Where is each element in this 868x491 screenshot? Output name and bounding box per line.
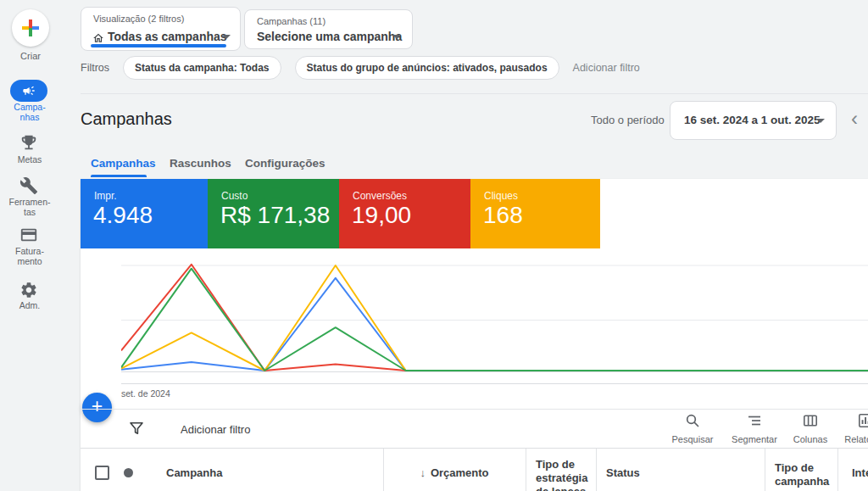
funnel-icon[interactable] <box>129 421 144 436</box>
view-selector[interactable]: Visualização (2 filtros) Todas as campan… <box>81 7 241 51</box>
toolbar-divider <box>81 409 868 410</box>
chart-x-axis <box>121 383 868 384</box>
active-tab-underline <box>91 175 147 177</box>
header-divider <box>81 93 868 94</box>
collapse-date-chevron[interactable]: ‹ <box>851 109 858 129</box>
view-selector-label: Visualização (2 filtros) <box>93 14 184 24</box>
date-range-value: 16 set. 2024 a 1 out. 2025 <box>684 114 821 126</box>
table-top-border <box>81 448 868 449</box>
sidebar-label-adm[interactable]: Adm. <box>0 301 59 311</box>
google-ads-campaigns-screen: Criar Campa- nhas Metas Ferramen- tas Fa… <box>0 0 868 491</box>
campaign-selector-value: Selecione uma campanha <box>257 30 402 43</box>
date-range-picker[interactable]: 16 set. 2024 a 1 out. 2025 <box>670 101 837 140</box>
create-button-label: Criar <box>0 51 61 61</box>
sidebar-label-faturamento[interactable]: Fatura- mento <box>0 247 59 266</box>
column-header-status[interactable]: Status <box>606 466 640 480</box>
scorecard-impressions[interactable]: Impr. 4.948 <box>81 179 208 248</box>
page-title: Campanhas <box>81 109 172 129</box>
billing-card-icon[interactable] <box>19 226 38 244</box>
add-campaign-fab[interactable]: + <box>82 393 112 422</box>
chart-line-Cliques <box>121 265 868 371</box>
search-icon <box>685 413 700 428</box>
scorecard-clicks[interactable]: Cliques 168 <box>470 179 600 248</box>
google-plus-icon <box>19 17 42 39</box>
column-separator <box>765 449 765 491</box>
column-header-orcamento[interactable]: ↓Orçamento <box>383 466 526 480</box>
filter-bar: Filtros Status da campanha: Todas Status… <box>81 56 640 80</box>
report-chart-icon <box>858 413 868 428</box>
period-label: Todo o período <box>591 114 665 126</box>
column-separator <box>837 449 838 491</box>
scorecard-value: R$ 171,38 <box>220 202 330 229</box>
create-button[interactable] <box>12 9 49 47</box>
scorecard-cost[interactable]: Custo R$ 171,38 <box>208 179 339 248</box>
column-header-interacoes[interactable]: Interações <box>852 466 868 480</box>
megaphone-icon <box>22 84 36 98</box>
tab-campanhas[interactable]: Campanhas <box>91 157 156 170</box>
plus-icon: + <box>92 397 103 416</box>
home-icon <box>92 32 104 44</box>
campaign-selector[interactable]: Campanhas (11) Selecione uma campanha <box>244 9 413 49</box>
tab-rascunhos[interactable]: Rascunhos <box>170 157 231 170</box>
view-selector-active-bar <box>91 44 226 47</box>
columns-action[interactable]: Colunas <box>781 413 840 444</box>
segment-action[interactable]: Segmentar <box>725 413 784 444</box>
scorecard-label: Conversões <box>353 190 407 202</box>
filter-chip-adgroup-status[interactable]: Status do grupo de anúncios: ativados, p… <box>295 56 559 80</box>
column-header-campanha[interactable]: Campanha <box>166 466 222 480</box>
search-action[interactable]: Pesquisar <box>663 413 722 444</box>
filter-chip-campaign-status[interactable]: Status da campanha: Todas <box>123 56 281 80</box>
scorecard-value: 4.948 <box>93 202 153 229</box>
columns-icon <box>803 413 818 428</box>
campaign-selector-label: Campanhas (11) <box>257 16 326 26</box>
scorecard-value: 19,00 <box>352 202 411 229</box>
chevron-down-icon <box>816 119 825 123</box>
table-add-filter[interactable]: Adicionar filtro <box>181 423 250 436</box>
scorecard-label: Custo <box>221 190 248 202</box>
sidebar-item-campanhas[interactable] <box>10 80 47 102</box>
trophy-icon[interactable] <box>19 133 38 152</box>
column-separator <box>526 449 526 491</box>
scorecard-label: Cliques <box>484 190 518 202</box>
sort-descending-arrow: ↓ <box>420 466 426 479</box>
gear-icon[interactable] <box>19 281 38 299</box>
reports-action[interactable]: Relatórios <box>836 413 868 444</box>
sidebar-label-campanhas[interactable]: Campa- nhas <box>0 103 59 122</box>
view-selector-value: Todas as campanhas <box>108 30 227 43</box>
chevron-down-icon <box>392 35 401 39</box>
chart-x-axis-label: set. de 2024 <box>121 388 170 399</box>
scorecard-value: 168 <box>483 202 523 229</box>
select-all-checkbox[interactable] <box>95 466 109 480</box>
status-filter-dot[interactable] <box>124 468 133 477</box>
column-separator <box>596 449 597 491</box>
chevron-down-icon <box>222 35 231 39</box>
column-header-tipo-campanha[interactable]: Tipo de campanha <box>775 461 829 488</box>
add-filter-link[interactable]: Adicionar filtro <box>573 62 640 74</box>
sidebar-label-ferramentas[interactable]: Ferramen- tas <box>0 198 59 217</box>
sidebar-label-metas[interactable]: Metas <box>0 155 59 165</box>
scorecard-conversions[interactable]: Conversões 19,00 <box>339 179 470 248</box>
segment-icon <box>747 413 762 428</box>
performance-line-chart <box>121 254 868 383</box>
tab-configuracoes[interactable]: Configurações <box>245 157 326 170</box>
scorecard-label: Impr. <box>94 190 117 202</box>
column-header-tipo-estrategia[interactable]: Tipo de estratégia de lances <box>536 458 587 491</box>
filters-label: Filtros <box>81 62 109 74</box>
tools-icon[interactable] <box>19 176 38 195</box>
